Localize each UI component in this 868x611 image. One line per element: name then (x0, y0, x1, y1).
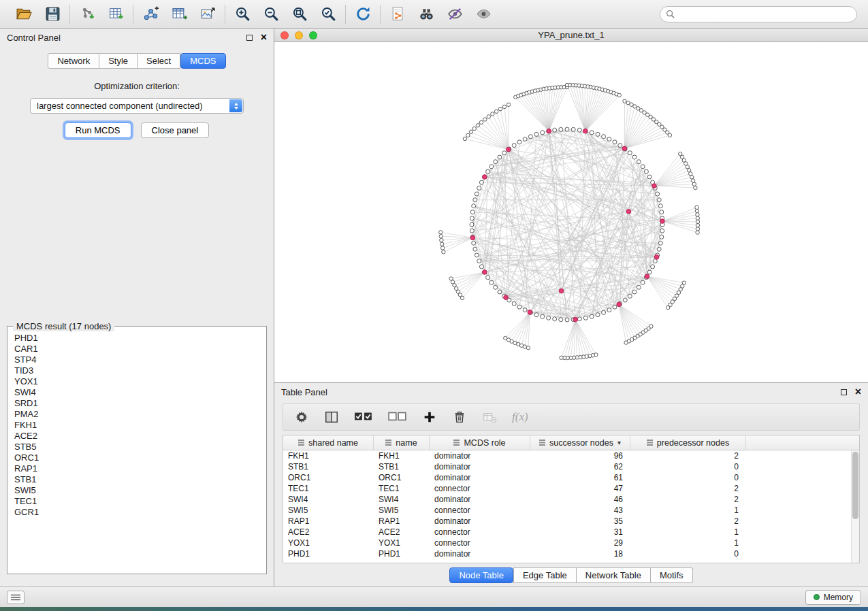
cell-shared-name[interactable]: STB1 (283, 462, 374, 472)
tab-network[interactable]: Network (48, 53, 99, 69)
cell-successor-nodes[interactable]: 43 (530, 506, 630, 515)
column-header-predecessor-nodes[interactable]: predecessor nodes (630, 435, 746, 450)
cell-successor-nodes[interactable]: 96 (530, 451, 630, 461)
column-header-shared-name[interactable]: shared name (283, 435, 374, 450)
float-panel-icon[interactable] (246, 35, 253, 41)
cell-shared-name[interactable]: YOX1 (283, 538, 374, 548)
show-table-icon[interactable] (169, 4, 189, 24)
mcds-result-item[interactable]: GCR1 (14, 507, 266, 518)
hide-view-icon[interactable] (445, 4, 465, 24)
cell-predecessor-nodes[interactable]: 0 (630, 473, 746, 482)
tab-network-table[interactable]: Network Table (577, 567, 651, 583)
columns-icon[interactable] (324, 410, 339, 425)
memory-button[interactable]: Memory (805, 590, 861, 605)
cell-name[interactable]: RAP1 (374, 516, 430, 526)
close-panel-icon[interactable] (855, 386, 861, 397)
cell-name[interactable]: SWI5 (374, 506, 430, 515)
cell-predecessor-nodes[interactable]: 2 (630, 495, 746, 504)
zoom-fit-icon[interactable] (289, 4, 310, 24)
column-header-name[interactable]: name (374, 435, 430, 450)
unselect-all-icon[interactable] (388, 410, 407, 425)
add-row-icon[interactable] (422, 410, 437, 425)
tab-mcds[interactable]: MCDS (180, 53, 225, 69)
cell-MCDS-role[interactable]: dominator (430, 495, 530, 504)
table-row[interactable]: STB1STB1dominator620 (283, 461, 859, 472)
delete-row-icon[interactable] (452, 410, 467, 425)
mcds-result-item[interactable]: STB1 (14, 474, 266, 485)
mcds-result-item[interactable]: STP4 (14, 354, 266, 365)
cell-predecessor-nodes[interactable]: 2 (630, 516, 746, 526)
search-binoculars-icon[interactable] (416, 4, 436, 24)
cell-shared-name[interactable]: SWI4 (283, 495, 374, 504)
table-row[interactable]: SWI4SWI4dominator462 (283, 494, 859, 505)
refresh-layout-icon[interactable] (353, 4, 373, 24)
cell-name[interactable]: ORC1 (374, 473, 430, 482)
table-row[interactable]: FKH1FKH1dominator962 (283, 450, 859, 461)
cell-shared-name[interactable]: ORC1 (283, 473, 374, 482)
cell-name[interactable]: TEC1 (374, 484, 430, 493)
save-icon[interactable] (42, 4, 63, 24)
cell-shared-name[interactable]: FKH1 (283, 451, 374, 461)
mcds-result-item[interactable]: TEC1 (14, 496, 266, 507)
cell-predecessor-nodes[interactable]: 0 (630, 549, 746, 559)
mcds-result-item[interactable]: TID3 (14, 365, 266, 376)
scrollbar-thumb[interactable] (852, 452, 858, 519)
cell-predecessor-nodes[interactable]: 1 (630, 506, 746, 515)
cell-predecessor-nodes[interactable]: 1 (630, 527, 746, 537)
window-zoom-icon[interactable] (309, 31, 317, 39)
cell-MCDS-role[interactable]: connector (430, 506, 530, 515)
mcds-result-item[interactable]: PHD1 (14, 333, 266, 344)
run-mcds-button[interactable]: Run MCDS (65, 122, 131, 138)
import-table-icon[interactable] (106, 4, 126, 24)
network-graph[interactable] (274, 42, 868, 382)
zoom-selected-icon[interactable] (318, 4, 338, 24)
mcds-result-item[interactable]: ACE2 (14, 431, 266, 442)
cell-successor-nodes[interactable]: 18 (530, 549, 630, 559)
cell-name[interactable]: STB1 (374, 462, 430, 472)
cell-name[interactable]: ACE2 (374, 527, 430, 537)
cell-shared-name[interactable]: TEC1 (283, 484, 374, 493)
cell-MCDS-role[interactable]: connector (430, 538, 530, 548)
open-folder-icon[interactable] (14, 4, 34, 24)
dropdown-stepper-icon[interactable] (229, 99, 242, 112)
window-close-icon[interactable] (280, 31, 289, 39)
export-image-icon[interactable] (197, 4, 218, 24)
table-row[interactable]: RAP1RAP1dominator352 (283, 516, 859, 527)
table-row[interactable]: ACE2ACE2connector311 (283, 527, 859, 538)
search-input[interactable] (678, 10, 851, 19)
cell-successor-nodes[interactable]: 29 (530, 538, 630, 548)
cell-MCDS-role[interactable]: connector (430, 484, 530, 493)
cell-name[interactable]: FKH1 (374, 451, 430, 461)
cell-predecessor-nodes[interactable]: 2 (630, 451, 746, 461)
function-builder-icon[interactable]: f(x) (512, 410, 528, 424)
zoom-in-icon[interactable] (232, 4, 253, 24)
cell-name[interactable]: PHD1 (374, 549, 430, 559)
show-view-icon[interactable] (473, 4, 494, 24)
mcds-result-item[interactable]: SRD1 (14, 398, 266, 409)
close-panel-icon[interactable] (261, 32, 267, 43)
cell-successor-nodes[interactable]: 35 (530, 516, 630, 526)
table-row[interactable]: TEC1TEC1connector472 (283, 483, 859, 494)
cell-shared-name[interactable]: SWI5 (283, 506, 374, 515)
cell-successor-nodes[interactable]: 62 (530, 462, 630, 472)
cell-name[interactable]: YOX1 (374, 538, 430, 548)
window-minimize-icon[interactable] (295, 31, 303, 39)
tab-select[interactable]: Select (138, 53, 180, 69)
vertical-scrollbar[interactable] (851, 450, 859, 563)
share-document-icon[interactable] (387, 4, 408, 24)
mcds-result-item[interactable]: RAP1 (14, 463, 266, 474)
cell-predecessor-nodes[interactable]: 1 (630, 538, 746, 548)
mcds-result-item[interactable]: SWI4 (14, 387, 266, 398)
cell-shared-name[interactable]: ACE2 (283, 527, 374, 537)
cell-MCDS-role[interactable]: dominator (430, 473, 530, 482)
cell-name[interactable]: SWI4 (374, 495, 430, 504)
tab-edge-table[interactable]: Edge Table (513, 567, 577, 583)
table-row[interactable]: PHD1PHD1dominator180 (283, 548, 859, 559)
cell-predecessor-nodes[interactable]: 2 (630, 484, 746, 493)
mcds-result-item[interactable]: ORC1 (14, 452, 266, 463)
show-panels-button[interactable] (7, 591, 25, 604)
search-box[interactable] (660, 6, 857, 22)
mcds-result-item[interactable]: PMA2 (14, 409, 266, 420)
column-header-MCDS-role[interactable]: MCDS role (430, 435, 530, 450)
float-panel-icon[interactable] (841, 389, 847, 395)
